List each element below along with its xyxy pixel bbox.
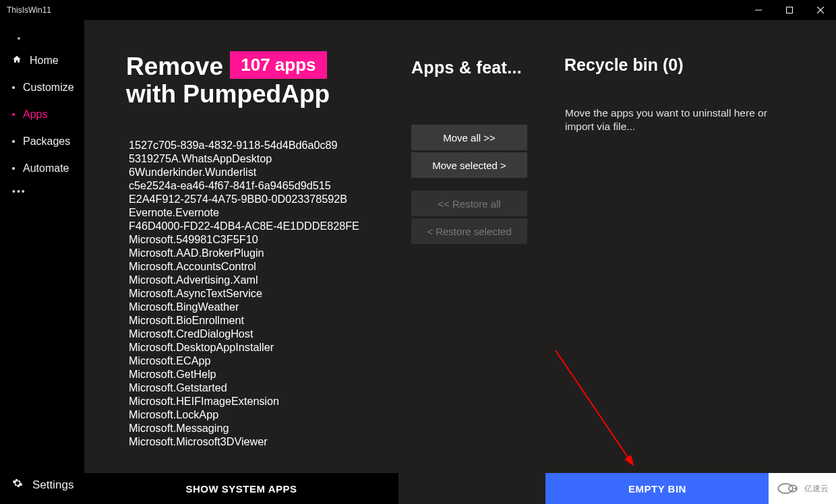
dot-icon <box>12 113 15 116</box>
app-list-item[interactable]: Microsoft.LockApp <box>123 408 397 421</box>
app-list-item[interactable]: Microsoft.CredDialogHost <box>123 327 397 340</box>
move-restore-panel: Move all >> Move selected > << Restore a… <box>411 125 527 246</box>
page-heading: Remove 107 apps with PumpedApp <box>126 51 330 108</box>
restore-all-label: << Restore all <box>438 198 500 210</box>
sidebar-item-label: Customize <box>23 82 74 94</box>
app-list-item[interactable]: Microsoft.Advertising.Xaml <box>123 273 397 286</box>
app-list-item[interactable]: 1527c705-839a-4832-9118-54d4Bd6a0c89 <box>123 138 397 152</box>
minimize-button[interactable] <box>743 0 774 20</box>
sidebar-back[interactable] <box>0 30 84 47</box>
restore-all-button[interactable]: << Restore all <box>411 191 527 216</box>
app-list-item[interactable]: Microsoft.BioEnrollment <box>123 313 397 327</box>
main-content: Remove 107 apps with PumpedApp 1527c705-… <box>84 20 836 504</box>
sidebar-item-customize[interactable]: Customize <box>0 74 84 101</box>
restore-selected-label: < Restore selected <box>427 226 512 237</box>
app-list-item[interactable]: 6Wunderkinder.Wunderlist <box>123 165 397 179</box>
app-list-item[interactable]: Microsoft.AAD.BrokerPlugin <box>123 246 397 259</box>
close-button[interactable] <box>805 0 836 20</box>
app-list-item[interactable]: Microsoft.AsyncTextService <box>123 286 397 300</box>
show-system-apps-button[interactable]: SHOW SYSTEM APPS <box>84 473 398 504</box>
watermark: 亿速云 <box>769 473 836 504</box>
sidebar-item-home[interactable]: Home <box>0 47 84 74</box>
sidebar-item-label: Home <box>30 55 59 67</box>
app-list-item[interactable]: Evernote.Evernote <box>123 206 397 219</box>
gear-icon <box>12 478 23 492</box>
maximize-button[interactable] <box>774 0 805 20</box>
app-list-item[interactable]: Microsoft.Microsoft3DViewer <box>123 435 397 447</box>
sidebar-item-label: Settings <box>32 478 73 492</box>
apps-count-badge: 107 apps <box>230 51 326 79</box>
window-title: ThisIsWin11 <box>0 5 51 15</box>
apps-features-title: Apps & feat... <box>411 58 522 77</box>
sidebar-more[interactable]: ••• <box>0 186 84 197</box>
app-list-item[interactable]: Microsoft.BingWeather <box>123 300 397 313</box>
app-list-item[interactable]: Microsoft.HEIFImageExtension <box>123 394 397 408</box>
sidebar-item-apps[interactable]: Apps <box>0 101 84 128</box>
app-list-item[interactable]: 5319275A.WhatsAppDesktop <box>123 152 397 165</box>
app-list-item[interactable]: Microsoft.Getstarted <box>123 381 397 394</box>
sidebar-item-packages[interactable]: Packages <box>0 128 84 155</box>
dot-icon <box>12 140 15 143</box>
svg-point-4 <box>794 488 796 490</box>
dot-icon <box>12 167 15 170</box>
svg-rect-0 <box>787 7 793 13</box>
watermark-text: 亿速云 <box>804 483 829 495</box>
app-list-item[interactable]: Microsoft.ECApp <box>123 354 397 367</box>
show-system-apps-label: SHOW SYSTEM APPS <box>186 483 297 495</box>
app-list-item[interactable]: c5e2524a-ea46-4f67-841f-6a9465d9d515 <box>123 179 397 192</box>
sidebar-item-settings[interactable]: Settings <box>0 478 73 492</box>
sidebar: Home Customize Apps Packages Automate ••… <box>0 20 84 504</box>
heading-line1-pre: Remove <box>126 53 230 80</box>
restore-selected-button[interactable]: < Restore selected <box>411 218 527 244</box>
sidebar-item-label: Automate <box>23 162 69 175</box>
dot-icon <box>18 37 20 40</box>
app-list-item[interactable]: Microsoft.549981C3F5F10 <box>123 232 397 246</box>
move-selected-button[interactable]: Move selected > <box>411 152 527 178</box>
app-list-item[interactable]: F46D4000-FD22-4DB4-AC8E-4E1DDDE828FE <box>123 219 397 232</box>
sidebar-item-label: Apps <box>23 108 47 121</box>
apps-listbox[interactable]: 1527c705-839a-4832-9118-54d4Bd6a0c895319… <box>123 138 397 447</box>
sidebar-item-label: Packages <box>23 135 70 148</box>
svg-line-1 <box>556 350 633 465</box>
heading-line2: with PumpedApp <box>126 80 330 108</box>
app-list-item[interactable]: E2A4F912-2574-4A75-9BB0-0D023378592B <box>123 192 397 206</box>
annotation-arrow <box>552 347 647 475</box>
empty-bin-label: EMPTY BIN <box>628 483 686 495</box>
titlebar: ThisIsWin11 <box>0 0 836 20</box>
app-list-item[interactable]: Microsoft.DesktopAppInstaller <box>123 340 397 354</box>
app-list-item[interactable]: Microsoft.GetHelp <box>123 367 397 381</box>
app-list-item[interactable]: Microsoft.AccountsControl <box>123 259 397 273</box>
recycle-bin-title: Recycle bin (0) <box>564 55 683 75</box>
app-list-item[interactable]: Microsoft.Messaging <box>123 421 397 435</box>
move-all-button[interactable]: Move all >> <box>411 125 527 150</box>
sidebar-item-automate[interactable]: Automate <box>0 155 84 182</box>
empty-bin-button[interactable]: EMPTY BIN <box>545 473 769 504</box>
move-selected-label: Move selected > <box>432 160 506 171</box>
dot-icon <box>12 86 15 89</box>
home-icon <box>12 55 22 67</box>
window-controls <box>743 0 836 20</box>
move-all-label: Move all >> <box>443 132 496 144</box>
recycle-bin-hint: Move the apps you want to uninstall here… <box>565 106 767 133</box>
